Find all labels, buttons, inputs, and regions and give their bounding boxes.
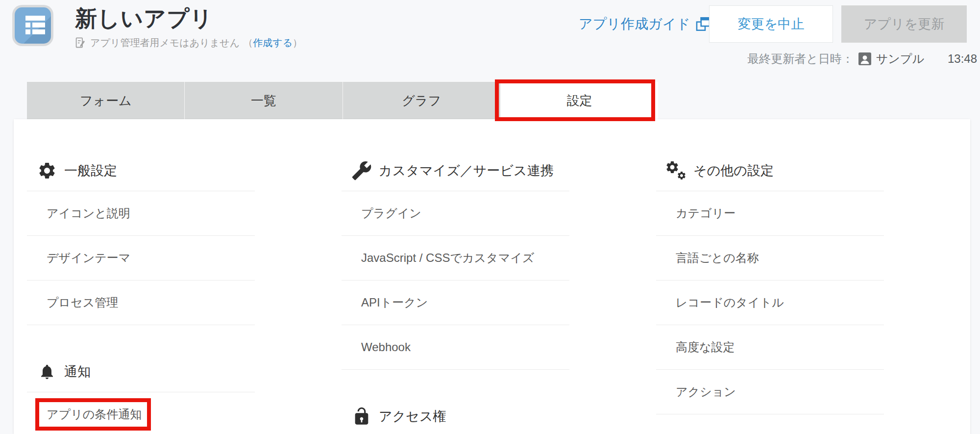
settings-item-action[interactable]: アクション	[656, 370, 884, 414]
settings-column-3: その他の設定 カテゴリー 言語ごとの名称 レコードのタイトル 高度な設定 アクシ…	[656, 151, 884, 434]
gear-icon	[36, 161, 58, 180]
section-customize-integration: カスタマイズ／サービス連携 プラグイン JavaScript / CSSでカスタ…	[342, 151, 569, 370]
settings-item-webhook[interactable]: Webhook	[342, 325, 569, 370]
section-header: カスタマイズ／サービス連携	[342, 151, 569, 191]
memo-pencil-icon	[74, 36, 87, 50]
settings-item-advanced-settings[interactable]: 高度な設定	[656, 325, 884, 370]
memo-create-link[interactable]: 作成する	[253, 36, 293, 50]
update-app-button[interactable]: アプリを更新	[841, 5, 967, 43]
last-updated-label: 最終更新者と日時：	[747, 51, 854, 67]
memo-paren-close: ）	[293, 36, 302, 50]
double-gear-icon	[665, 160, 687, 181]
section-header: その他の設定	[656, 151, 884, 191]
list-app-icon	[15, 7, 51, 44]
memo-text: アプリ管理者用メモはありません	[90, 36, 240, 50]
settings-item-process-management[interactable]: プロセス管理	[27, 281, 255, 325]
lock-open-icon	[350, 407, 373, 426]
settings-column-1: 一般設定 アイコンと説明 デザインテーマ プロセス管理 通知 アプリの条件通知	[27, 151, 255, 434]
wrench-icon	[350, 160, 373, 181]
person-avatar-icon	[858, 52, 871, 65]
settings-item-plugin[interactable]: プラグイン	[342, 191, 569, 236]
section-other-settings: その他の設定 カテゴリー 言語ごとの名称 レコードのタイトル 高度な設定 アクシ…	[656, 151, 884, 414]
section-title: 通知	[64, 363, 91, 381]
settings-item-js-css-customize[interactable]: JavaScript / CSSでカスタマイズ	[342, 236, 569, 281]
cancel-changes-button[interactable]: 変更を中止	[709, 5, 833, 43]
settings-item-design-theme[interactable]: デザインテーマ	[27, 236, 255, 281]
section-access-rights: アクセス権	[342, 396, 569, 434]
tab-list[interactable]: 一覧	[184, 82, 342, 119]
tab-form[interactable]: フォーム	[27, 82, 184, 119]
settings-item-api-token[interactable]: APIトークン	[342, 281, 569, 325]
section-title: アクセス権	[379, 408, 446, 425]
section-header: アクセス権	[342, 396, 569, 434]
settings-item-record-title[interactable]: レコードのタイトル	[656, 281, 884, 325]
guide-link-label: アプリ作成ガイド	[579, 15, 690, 33]
highlight-box-app-condition-notification	[35, 398, 151, 431]
highlight-box-settings-tab	[495, 79, 655, 121]
settings-panel: 一般設定 アイコンと説明 デザインテーマ プロセス管理 通知 アプリの条件通知	[14, 119, 970, 434]
section-title: その他の設定	[693, 162, 774, 179]
bell-icon	[36, 363, 58, 381]
last-updated-time: 13:48	[948, 52, 977, 66]
settings-item-category[interactable]: カテゴリー	[656, 191, 884, 236]
last-updated-meta: 最終更新者と日時： サンプル 13:48	[747, 51, 977, 67]
section-header: 一般設定	[27, 151, 255, 191]
page-title: 新しいアプリ	[75, 4, 213, 33]
settings-column-2: カスタマイズ／サービス連携 プラグイン JavaScript / CSSでカスタ…	[342, 151, 569, 434]
last-updated-user: サンプル	[876, 51, 924, 67]
app-creation-guide-link[interactable]: アプリ作成ガイド	[579, 14, 711, 34]
admin-memo-line: アプリ管理者用メモはありません （ 作成する ）	[74, 35, 302, 50]
settings-item-icon-description[interactable]: アイコンと説明	[27, 191, 255, 236]
memo-paren-open: （	[243, 36, 253, 50]
section-title: 一般設定	[64, 162, 117, 179]
section-header: 通知	[27, 352, 255, 392]
section-general-settings: 一般設定 アイコンと説明 デザインテーマ プロセス管理	[27, 151, 255, 325]
tab-graph[interactable]: グラフ	[343, 82, 500, 119]
app-icon	[12, 5, 53, 46]
section-title: カスタマイズ／サービス連携	[379, 162, 554, 179]
settings-item-localized-names[interactable]: 言語ごとの名称	[656, 236, 884, 281]
